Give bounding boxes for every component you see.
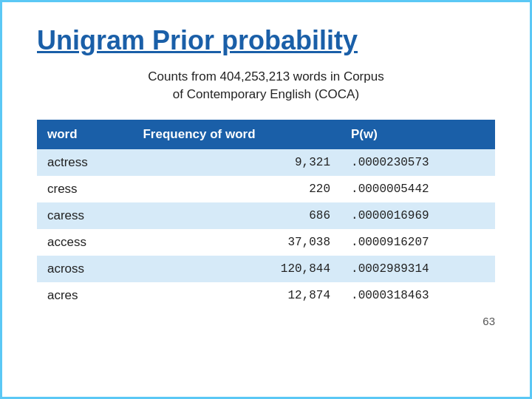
- probability-table: word Frequency of word P(w) actress9,321…: [37, 120, 495, 309]
- cell-probability: .0000318463: [341, 282, 495, 309]
- table-row: actress9,321.0000230573: [37, 149, 495, 176]
- page-number: 63: [482, 315, 495, 327]
- slide: Unigram Prior probability Counts from 40…: [7, 7, 525, 392]
- table-row: cress220.0000005442: [37, 176, 495, 202]
- cell-probability: .0000016969: [341, 202, 495, 229]
- cell-frequency: 120,844: [132, 256, 341, 282]
- col-header-word: word: [37, 120, 132, 149]
- cell-frequency: 220: [132, 176, 341, 202]
- cell-probability: .0000230573: [341, 149, 495, 176]
- data-table-wrapper: word Frequency of word P(w) actress9,321…: [37, 120, 495, 309]
- cell-probability: .0000005442: [341, 176, 495, 202]
- cell-frequency: 686: [132, 202, 341, 229]
- table-header-row: word Frequency of word P(w): [37, 120, 495, 149]
- col-header-prob: P(w): [341, 120, 495, 149]
- table-row: caress686.0000016969: [37, 202, 495, 229]
- cell-probability: .0000916207: [341, 229, 495, 256]
- col-header-frequency: Frequency of word: [132, 120, 341, 149]
- slide-subtitle: Counts from 404,253,213 words in Corpuso…: [148, 68, 383, 103]
- cell-frequency: 12,874: [132, 282, 341, 309]
- cell-frequency: 9,321: [132, 149, 341, 176]
- cell-word: acres: [37, 282, 132, 309]
- cell-word: cress: [37, 176, 132, 202]
- slide-title: Unigram Prior probability: [37, 25, 358, 56]
- table-row: across120,844.0002989314: [37, 256, 495, 282]
- cell-word: caress: [37, 202, 132, 229]
- table-row: access37,038.0000916207: [37, 229, 495, 256]
- cell-probability: .0002989314: [341, 256, 495, 282]
- cell-word: access: [37, 229, 132, 256]
- table-row: acres12,874.0000318463: [37, 282, 495, 309]
- cell-word: actress: [37, 149, 132, 176]
- cell-word: across: [37, 256, 132, 282]
- cell-frequency: 37,038: [132, 229, 341, 256]
